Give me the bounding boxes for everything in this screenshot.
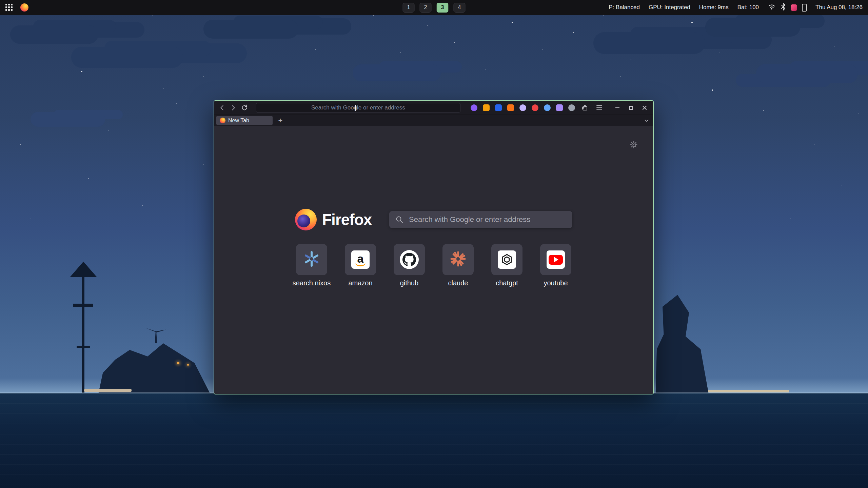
newtab-hero: Firefox [295, 209, 572, 230]
navigation-toolbar: Search with Google or enter address [214, 101, 653, 115]
text-cursor [355, 105, 356, 111]
wifi-icon[interactable] [768, 3, 776, 12]
url-bar[interactable]: Search with Google or enter address [256, 103, 460, 113]
menu-icon[interactable] [595, 103, 604, 112]
extension-icon[interactable] [483, 104, 490, 111]
shortcut-label: youtube [544, 279, 568, 287]
extension-icon[interactable] [507, 104, 514, 111]
extension-icon[interactable] [544, 104, 551, 111]
cloud [203, 20, 298, 39]
extension-icon[interactable] [532, 104, 538, 111]
cloud [353, 64, 441, 81]
firefox-logo [295, 209, 317, 230]
workspace-1[interactable]: 1 [403, 3, 415, 13]
tab-bar: New Tab + [214, 115, 653, 126]
watchtower-roof [70, 262, 97, 277]
wallpaper-ocean [0, 393, 868, 488]
app-launcher-icon[interactable] [5, 4, 13, 11]
extension-icon[interactable] [519, 104, 526, 111]
newtab-search-input[interactable] [389, 211, 572, 228]
watchtower-platform [73, 304, 93, 307]
home-latency-status: Home: 9ms [699, 4, 729, 11]
cloud [705, 18, 800, 37]
shortcut-label: amazon [348, 279, 372, 287]
amazon-icon: a [351, 250, 370, 269]
firefox-window: Search with Google or enter address [214, 100, 654, 394]
window-controls [614, 105, 650, 111]
bluetooth-icon[interactable] [781, 3, 786, 13]
extensions-puzzle-icon[interactable] [580, 103, 589, 112]
indicator-chip-icon[interactable] [791, 4, 797, 11]
personalize-gear-icon[interactable] [629, 140, 638, 150]
url-bar-placeholder: Search with Google or enter address [311, 104, 405, 111]
extension-icon[interactable] [556, 104, 563, 111]
desktop: 1 2 3 4 P: Balanced GPU: Integrated Home… [0, 0, 868, 488]
workspace-2[interactable]: 2 [420, 3, 432, 13]
github-octocat-icon [400, 250, 419, 269]
cloud [31, 112, 105, 127]
shortcut-claude[interactable]: claude [442, 244, 474, 287]
firefox-taskbar-icon[interactable] [20, 3, 28, 12]
battery-status: Bat: 100 [737, 4, 759, 11]
shortcut-youtube[interactable]: youtube [540, 244, 571, 287]
back-button[interactable] [218, 103, 227, 113]
power-profile-status: P: Balanced [609, 4, 640, 11]
cloud [593, 32, 705, 54]
shortcut-github[interactable]: github [394, 244, 425, 287]
island-light [187, 364, 189, 366]
tab-title: New Tab [228, 118, 249, 124]
new-tab-button[interactable]: + [276, 116, 285, 125]
beach-right [708, 390, 789, 392]
youtube-icon [547, 250, 565, 269]
nixos-snowflake-icon [303, 250, 320, 269]
shortcut-chatgpt[interactable]: chatgpt [491, 244, 522, 287]
shortcut-search-nixos[interactable]: search.nixos [296, 244, 327, 287]
cloud [10, 25, 98, 44]
device-icon[interactable] [802, 4, 807, 12]
shortcuts-row: search.nixos a amazon [296, 244, 571, 287]
gpu-status: GPU: Integrated [649, 4, 690, 11]
extension-icon[interactable] [495, 104, 502, 111]
minimize-button[interactable] [614, 105, 620, 111]
beach-left [84, 389, 132, 392]
maximize-button[interactable] [628, 105, 634, 111]
watchtower-pole [82, 277, 84, 394]
list-all-tabs-icon[interactable] [642, 116, 651, 125]
close-button[interactable] [642, 105, 648, 111]
workspace-4[interactable]: 4 [454, 3, 466, 13]
shortcut-label: chatgpt [496, 279, 518, 287]
watchtower-platform [77, 346, 90, 348]
forward-button[interactable] [229, 103, 238, 113]
workspace-3[interactable]: 3 [437, 3, 449, 13]
firefox-tab-icon [220, 118, 225, 123]
shortcut-amazon[interactable]: a amazon [345, 244, 376, 287]
tab-new-tab[interactable]: New Tab [216, 116, 273, 125]
island-light [177, 362, 179, 364]
status-bar: 1 2 3 4 P: Balanced GPU: Integrated Home… [0, 0, 868, 15]
chatgpt-icon [498, 250, 516, 269]
shortcut-label: claude [448, 279, 468, 287]
workspace-switcher: 1 2 3 4 [403, 3, 466, 13]
extension-icon[interactable] [568, 104, 575, 111]
newtab-page: Firefox [214, 126, 653, 394]
reload-button[interactable] [240, 103, 249, 113]
cloud [756, 64, 858, 83]
clock: Thu Aug 08, 18:26 [815, 4, 863, 11]
claude-starburst-icon [450, 250, 467, 269]
firefox-wordmark: Firefox [322, 210, 380, 229]
shortcut-label: github [400, 279, 419, 287]
extension-toolbar [471, 103, 604, 112]
cloud [71, 47, 183, 68]
shortcut-label: search.nixos [293, 279, 331, 287]
extension-icon[interactable] [471, 104, 477, 111]
